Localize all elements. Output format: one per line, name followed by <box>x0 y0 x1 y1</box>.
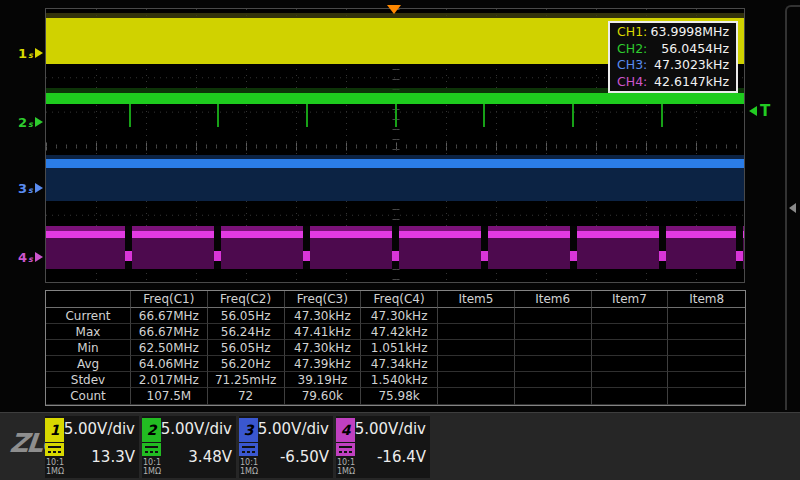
freq-readout-channel-label: CH3: <box>617 57 647 74</box>
channel-1-block[interactable]: 110:11MΩ5.00V/div13.3V <box>45 416 139 478</box>
trigger-level-letter: T <box>760 102 770 120</box>
table-cell <box>668 324 745 340</box>
ch2-position-marker[interactable]: 2s <box>18 114 43 130</box>
table-row-label: Stdev <box>46 372 131 388</box>
ch1-position-marker[interactable]: 1s <box>18 45 43 61</box>
ch2-glitch-spike <box>483 104 485 127</box>
ch3-waveform-top <box>46 159 744 168</box>
table-cell: 66.67MHz <box>131 308 208 324</box>
ch2-glitch-spike <box>395 104 397 127</box>
ground-symbol-icon: s <box>28 51 33 60</box>
channel-number: 4 <box>18 250 27 265</box>
table-row-label: Max <box>46 324 131 340</box>
channel-number: 3 <box>18 181 27 196</box>
channel-4-badge[interactable]: 4 <box>336 418 355 442</box>
ch4-burst-gap <box>736 226 743 269</box>
table-cell: 72 <box>208 388 285 404</box>
table-cell: 71.25mHz <box>208 372 285 388</box>
table-cell: 56.05Hz <box>208 340 285 356</box>
channel-number: 1 <box>18 46 27 61</box>
table-header-cell: Item5 <box>438 291 515 308</box>
table-cell <box>515 356 592 372</box>
ch4-burst-gap <box>214 226 221 269</box>
table-cell <box>515 372 592 388</box>
channel-1-scale: 5.00V/div <box>64 420 135 438</box>
table-cell: 39.19Hz <box>285 372 362 388</box>
freq-readout-value: 56.0454Hz <box>661 41 729 58</box>
table-cell: 47.34kHz <box>361 356 438 372</box>
ch2-glitch-spike <box>217 104 219 127</box>
dc-coupling-icon <box>142 443 161 456</box>
table-cell <box>592 308 669 324</box>
table-cell <box>592 356 669 372</box>
ch4-position-marker[interactable]: 4s <box>18 249 43 265</box>
ch4-burst-gap <box>125 226 132 269</box>
table-cell: 56.24Hz <box>208 324 285 340</box>
ch4-burst-gap <box>392 226 399 269</box>
table-cell: 62.50MHz <box>131 340 208 356</box>
trigger-level-marker[interactable]: T <box>749 102 770 120</box>
freq-readout-row: CH4:42.6147kHz <box>610 74 736 91</box>
ch3-waveform <box>46 155 744 201</box>
table-header-cell: Freq(C2) <box>208 291 285 308</box>
trigger-level-arrow-icon <box>749 106 757 116</box>
channel-1-badge[interactable]: 1 <box>45 418 64 442</box>
trigger-position-marker[interactable] <box>387 5 401 14</box>
freq-counter-rows: CH1:63.9998MHzCH2:56.0454HzCH3:47.3023kH… <box>610 24 736 90</box>
impedance: 1MΩ <box>143 467 161 476</box>
table-cell <box>438 308 515 324</box>
channel-2-badge[interactable]: 2 <box>142 418 161 442</box>
ground-symbol-icon: s <box>28 255 33 264</box>
menu-expand-arrow-icon[interactable] <box>789 203 796 213</box>
freq-readout-value: 47.3023kHz <box>654 57 729 74</box>
table-row-label: Current <box>46 308 131 324</box>
waveform-display[interactable]: CH1:63.9998MHzCH2:56.0454HzCH3:47.3023kH… <box>45 8 745 283</box>
table-cell <box>438 388 515 404</box>
table-header-cell <box>46 291 131 308</box>
table-cell: 47.30kHz <box>285 340 362 356</box>
channel-2-offset: 3.48V <box>188 448 232 466</box>
table-cell <box>515 388 592 404</box>
table-row-label: Avg <box>46 356 131 372</box>
ch4-burst-gap <box>659 226 666 269</box>
dc-coupling-icon <box>45 443 64 456</box>
freq-readout-row: CH2:56.0454Hz <box>610 41 736 58</box>
table-header-cell: Freq(C3) <box>285 291 362 308</box>
ch4-burst-gap <box>481 226 488 269</box>
position-arrow-icon <box>35 252 43 262</box>
probe-ratio: 10:1 <box>46 458 64 467</box>
ch2-glitch-spike <box>661 104 663 127</box>
table-cell <box>438 340 515 356</box>
ch4-burst-gap <box>303 226 310 269</box>
ch2-glitch-spike <box>129 104 131 127</box>
ground-symbol-icon: s <box>28 186 33 195</box>
freq-readout-channel-label: CH4: <box>617 74 647 91</box>
table-cell <box>515 340 592 356</box>
freq-counter-overlay: CH1:63.9998MHzCH2:56.0454HzCH3:47.3023kH… <box>608 21 738 93</box>
channel-3-badge[interactable]: 3 <box>239 418 258 442</box>
channel-2-scale: 5.00V/div <box>161 420 232 438</box>
dc-coupling-icon <box>239 443 258 456</box>
table-cell <box>592 340 669 356</box>
freq-readout-value: 42.6147kHz <box>654 74 729 91</box>
channel-4-block[interactable]: 410:11MΩ5.00V/div-16.4V <box>336 416 430 478</box>
impedance: 1MΩ <box>337 467 355 476</box>
freq-readout-row: CH3:47.3023kHz <box>610 57 736 74</box>
channel-4-scale: 5.00V/div <box>355 420 426 438</box>
position-arrow-icon <box>35 183 43 193</box>
channel-2-block[interactable]: 210:11MΩ5.00V/div3.48V <box>142 416 236 478</box>
table-cell <box>668 356 745 372</box>
table-cell: 47.41kHz <box>285 324 362 340</box>
table-cell <box>668 308 745 324</box>
table-cell: 2.017MHz <box>131 372 208 388</box>
table-row-label: Min <box>46 340 131 356</box>
table-header-cell: Item8 <box>668 291 745 308</box>
channel-3-block[interactable]: 310:11MΩ5.00V/div-6.50V <box>239 416 333 478</box>
table-cell <box>668 372 745 388</box>
table-cell: 56.05Hz <box>208 308 285 324</box>
ground-symbol-icon: s <box>28 120 33 129</box>
dc-coupling-icon <box>336 443 355 456</box>
probe-ratio: 10:1 <box>143 458 161 467</box>
ch3-position-marker[interactable]: 3s <box>18 180 43 196</box>
freq-readout-row: CH1:63.9998MHz <box>610 24 736 41</box>
